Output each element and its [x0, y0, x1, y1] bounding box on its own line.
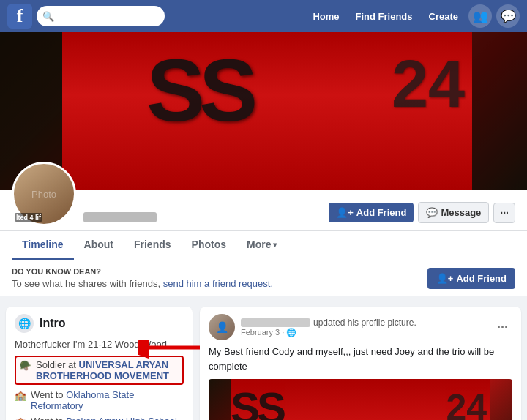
know-you-title: DO YOU KNOW DEAN? [12, 267, 273, 276]
intro-item-reformatory: 🏫 Went to Oklahoma State Reformatory [15, 389, 184, 411]
post-author-name: updated his profile picture. [241, 318, 416, 328]
more-options-button[interactable]: ··· [493, 203, 515, 223]
know-you-banner: DO YOU KNOW DEAN? To see what he shares … [0, 260, 527, 299]
school-icon-2: 🏫 [15, 416, 26, 420]
intro-card: 🌐 Intro Motherfucker I'm 21-12 Wood Wood… [6, 307, 193, 420]
friend-request-link[interactable]: send him a friend request. [163, 278, 273, 289]
profile-tabs: Timeline About Friends Photos More ▾ [0, 230, 527, 260]
tab-timeline[interactable]: Timeline [12, 231, 74, 260]
tab-more[interactable]: More ▾ [236, 231, 287, 260]
tab-about[interactable]: About [74, 231, 124, 260]
know-you-desc: To see what he shares with friends, send… [12, 278, 273, 289]
uabm-link[interactable]: UNIVERSAL ARYAN BROTHERHOOD MOVEMENT [36, 359, 169, 381]
post-text: My Best friend Cody and myself,,, just n… [209, 345, 512, 373]
right-column: 👤 updated his profile picture. February … [200, 307, 521, 420]
intro-bio: Motherfucker I'm 21-12 Wood Wood [15, 339, 184, 350]
search-icon: 🔍 [42, 11, 54, 22]
tab-photos[interactable]: Photos [182, 231, 236, 260]
post-more-options[interactable]: ··· [493, 318, 512, 337]
top-nav: f 🔍 Home Find Friends Create 👥 💬 [0, 0, 527, 32]
nav-people-icon[interactable]: 👥 [468, 4, 492, 28]
chevron-down-icon: ▾ [273, 241, 277, 249]
profile-actions: 👤+ Add Friend 💬 Message ··· [329, 202, 515, 226]
search-bar[interactable]: 🔍 [37, 6, 165, 26]
school-icon-1: 🏫 [15, 390, 26, 401]
nav-find-friends[interactable]: Find Friends [350, 7, 419, 26]
reformatory-link[interactable]: Oklahoma State Reformatory [31, 389, 134, 411]
post-author-avatar: 👤 [209, 314, 235, 340]
intro-title: Intro [40, 317, 66, 330]
facebook-logo[interactable]: f [7, 4, 32, 29]
post-image: SS 24 👤 [209, 379, 512, 420]
main-content: 🌐 Intro Motherfucker I'm 21-12 Wood Wood… [0, 299, 527, 420]
profile-row: Photo lted 4 lif 👤+ Add Friend 💬 Message… [0, 190, 527, 230]
profile-name [83, 210, 329, 223]
highschool-link[interactable]: Broken Arrow High School [66, 416, 177, 420]
add-friend-button[interactable]: 👤+ Add Friend [329, 203, 414, 222]
post-date: February 3 · 🌐 [241, 328, 416, 337]
nav-create[interactable]: Create [423, 7, 464, 26]
post-privacy-icon: 🌐 [286, 328, 296, 337]
intro-item-highschool: 🏫 Went to Broken Arrow High School [15, 416, 184, 420]
nav-messenger-icon[interactable]: 💬 [496, 4, 520, 28]
know-add-friend-button[interactable]: 👤+ Add Friend [427, 268, 515, 289]
profile-name-area [83, 210, 329, 226]
cover-graffiti-ss: SS [146, 40, 252, 140]
left-column: 🌐 Intro Motherfucker I'm 21-12 Wood Wood… [6, 307, 193, 420]
nav-home[interactable]: Home [307, 7, 345, 26]
intro-item-uabm: 🪖 Soldier at UNIVERSAL ARYAN BROTHERHOOD… [15, 356, 184, 385]
soldier-icon: 🪖 [20, 360, 31, 371]
message-button[interactable]: 💬 Message [418, 202, 489, 223]
cover-graffiti-right: 24 [392, 47, 465, 122]
search-input[interactable] [57, 11, 159, 22]
cover-photo: SS 24 [0, 32, 527, 190]
intro-globe-icon: 🌐 [15, 314, 34, 333]
tab-friends[interactable]: Friends [124, 231, 182, 260]
cover-section: SS 24 Photo lted 4 lif 👤+ Add Friend 💬 M… [0, 32, 527, 260]
post-card: 👤 updated his profile picture. February … [200, 307, 521, 420]
profile-pic-wrapper: Photo lted 4 lif [12, 162, 76, 226]
